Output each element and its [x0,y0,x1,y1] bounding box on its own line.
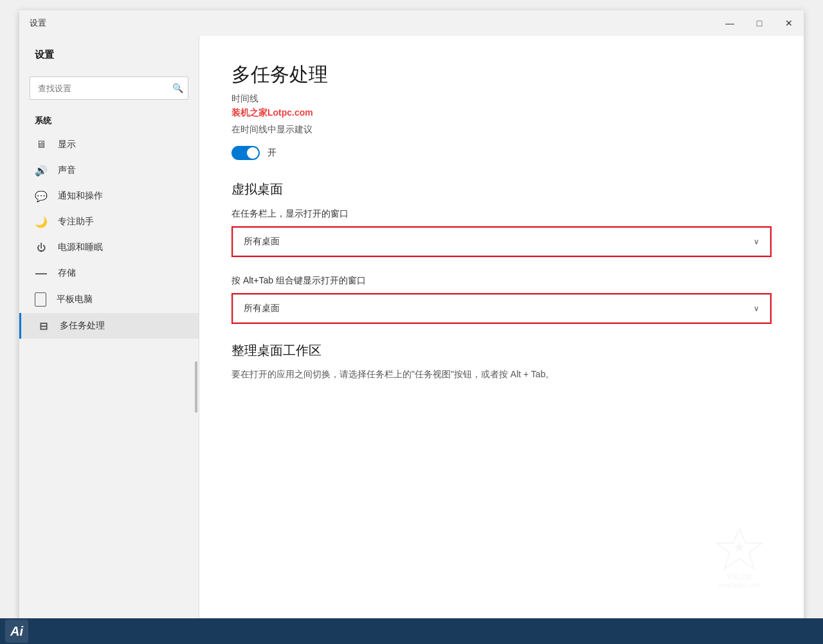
organize-heading: 整理桌面工作区 [231,342,772,359]
search-icon: 🔍 [172,83,183,93]
focus-label: 专注助手 [58,216,94,228]
sidebar-item-multitasking[interactable]: ⊟ 多任务处理 [19,313,199,339]
sidebar-scrollbar [195,361,197,413]
dropdown2-chevron: ∨ [754,304,759,313]
timeline-subtitle: 时间线 [231,93,772,105]
window-body: 设置 🔍 系统 🖥 显示 🔊 声音 💬 通知和操作 🌙 专注助手 [19,36,804,627]
sidebar-item-tablet[interactable]: 平板电脑 [19,286,199,313]
dropdown2[interactable]: 所有桌面 ∨ [233,294,770,323]
watermark-url: 装机之家 [727,573,752,582]
power-icon: ⏻ [35,241,48,254]
display-icon: 🖥 [35,138,48,151]
settings-window: 设置 — □ ✕ 设置 🔍 系统 🖥 显示 🔊 声音 [19,10,804,627]
svg-marker-0 [717,528,762,569]
dropdown1-label: 在任务栏上，显示打开的窗口 [231,208,772,220]
ai-text: Ai [10,624,23,639]
dropdown2-wrapper: 所有桌面 ∨ [231,293,772,324]
maximize-button[interactable]: □ [745,10,774,36]
multitasking-icon: ⊟ [37,319,50,332]
storage-icon: — [35,267,48,280]
toggle-state: 开 [267,147,276,159]
watermark-star-inner: ★ [733,539,746,556]
tablet-label: 平板电脑 [57,294,93,305]
organize-desc: 要在打开的应用之间切换，请选择任务栏上的"任务视图"按钮，或者按 Alt + T… [231,367,772,381]
app-title: 设置 [35,49,54,60]
page-title: 多任务处理 [231,62,772,88]
tablet-icon [35,292,46,307]
sidebar-item-storage[interactable]: — 存储 [19,260,199,286]
sidebar-item-display[interactable]: 🖥 显示 [19,132,199,157]
sidebar-item-focus[interactable]: 🌙 专注助手 [19,209,199,235]
sidebar-item-notifications[interactable]: 💬 通知和操作 [19,183,199,209]
watermark-logo: ★ 装机之家 www.lotpc.com [714,525,765,589]
toggle-desc: 在时间线中显示建议 [231,124,772,136]
dropdown1-wrapper: 所有桌面 ∨ [231,226,772,257]
dropdown1[interactable]: 所有桌面 ∨ [233,228,770,256]
main-content: 多任务处理 时间线 装机之家Lotpc.com 在时间线中显示建议 开 虚拟桌面… [199,36,804,627]
power-label: 电源和睡眠 [58,242,103,253]
taskbar: Ai [0,618,823,644]
watermark-star-svg [714,525,765,570]
sound-icon: 🔊 [35,164,48,177]
taskbar-ai-button[interactable]: Ai [5,620,28,643]
sound-label: 声音 [58,165,76,176]
search-input[interactable] [30,76,188,100]
display-label: 显示 [58,139,76,150]
search-box: 🔍 [30,76,188,100]
sidebar-item-power[interactable]: ⏻ 电源和睡眠 [19,235,199,260]
sidebar-section-label: 系统 [19,110,199,132]
timeline-toggle[interactable] [231,146,260,160]
organize-section: 整理桌面工作区 要在打开的应用之间切换，请选择任务栏上的"任务视图"按钮，或者按… [231,342,772,381]
window-title: 设置 [30,17,46,29]
minimize-button[interactable]: — [715,10,745,36]
window-controls: — □ ✕ [715,10,804,36]
dropdown1-chevron: ∨ [754,237,759,246]
close-button[interactable]: ✕ [774,10,804,36]
watermark-text: 装机之家Lotpc.com [231,107,772,119]
sidebar: 设置 🔍 系统 🖥 显示 🔊 声音 💬 通知和操作 🌙 专注助手 [19,36,199,627]
dropdown2-label: 按 Alt+Tab 组合键显示打开的窗口 [231,275,772,287]
toggle-row: 开 [231,146,772,160]
notifications-label: 通知和操作 [58,190,103,202]
multitasking-label: 多任务处理 [60,320,105,332]
sidebar-item-sound[interactable]: 🔊 声音 [19,157,199,183]
virtual-desktop-heading: 虚拟桌面 [231,181,772,198]
dropdown2-value: 所有桌面 [244,303,280,314]
watermark-url2: www.lotpc.com [718,582,761,589]
titlebar: 设置 — □ ✕ [19,10,804,36]
notifications-icon: 💬 [35,190,48,202]
sidebar-header: 设置 [19,36,199,71]
focus-icon: 🌙 [35,215,48,228]
storage-label: 存储 [58,267,76,279]
dropdown1-value: 所有桌面 [244,236,280,247]
